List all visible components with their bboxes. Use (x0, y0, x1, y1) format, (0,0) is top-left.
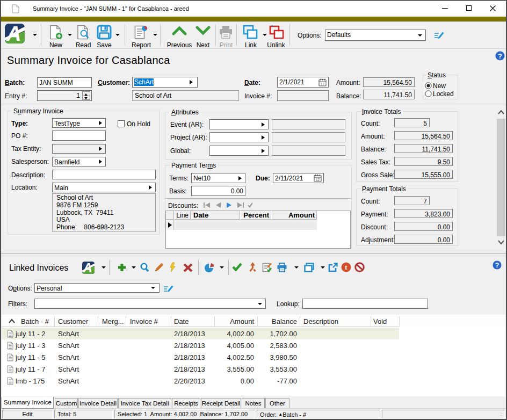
svg-text:t: t (345, 263, 347, 271)
svg-text:?: ? (495, 262, 499, 269)
svg-text:?: ? (498, 52, 502, 60)
svg-text:A: A (83, 262, 92, 274)
svg-text:12: 12 (316, 178, 320, 182)
svg-text:12: 12 (321, 82, 325, 86)
svg-text:A: A (6, 24, 21, 44)
